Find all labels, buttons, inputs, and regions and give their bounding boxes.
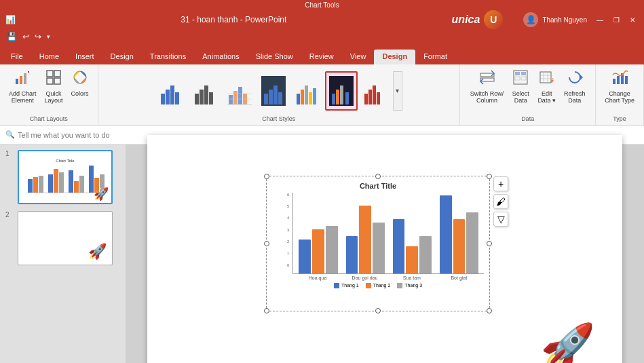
save-icon[interactable]: 💾 — [5, 31, 18, 43]
chart-style-6[interactable] — [325, 71, 358, 111]
edit-data-button[interactable]: EditData ▾ — [534, 67, 559, 106]
bar-g1-t3 — [326, 226, 338, 273]
slide-number-1: 1 — [5, 150, 14, 157]
y-axis-0: 0 — [287, 263, 289, 267]
refresh-data-button[interactable]: RefreshData — [561, 67, 589, 106]
quick-access-toolbar: 💾 ↩ ↪ ▾ — [0, 29, 644, 44]
type-group-label: Type — [613, 115, 626, 122]
restore-button[interactable]: ❐ — [610, 15, 622, 24]
tab-slideshow[interactable]: Slide Show — [248, 50, 301, 64]
legend-thang3: Thang 3 — [397, 283, 422, 288]
change-colors-label: Colors — [71, 90, 89, 97]
chart-container[interactable]: + 🖌 ▽ Chart Title 0 1 2 3 4 — [266, 176, 490, 311]
chart-style-1[interactable] — [155, 71, 188, 111]
chart-inner: Chart Title 0 1 2 3 4 5 6 — [272, 182, 484, 305]
search-icon: 🔍 — [5, 130, 15, 139]
svg-rect-61 — [625, 76, 628, 84]
quick-layout-icon — [45, 69, 62, 89]
chart-style-2[interactable] — [189, 71, 222, 111]
handle-ml[interactable] — [264, 241, 269, 246]
customize-icon[interactable]: ▾ — [45, 32, 52, 41]
unica-text: unica — [452, 14, 480, 26]
slide-number-2: 2 — [5, 211, 14, 218]
select-data-button[interactable]: SelectData — [508, 67, 533, 106]
chart-filters-button[interactable]: ▽ — [493, 212, 508, 227]
y-axis-5: 5 — [287, 204, 289, 208]
tab-file[interactable]: File — [3, 50, 31, 64]
handle-tl[interactable] — [264, 174, 269, 179]
change-chart-type-button[interactable]: ChangeChart Type — [601, 67, 638, 106]
tab-design-main[interactable]: Design — [102, 50, 142, 64]
handle-mr[interactable] — [487, 241, 492, 246]
svg-rect-12 — [170, 85, 174, 104]
svg-rect-58 — [613, 79, 615, 84]
bar-g4-t2 — [453, 219, 466, 273]
tell-me-input[interactable] — [18, 131, 153, 139]
legend-label-thang1: Thang 1 — [341, 283, 359, 288]
file-icon: 📊 — [5, 15, 16, 24]
quick-layout-button[interactable]: QuickLayout — [41, 67, 67, 106]
svg-rect-28 — [273, 85, 278, 104]
slide-thumb-1[interactable]: Chart Title 🚀 — [18, 150, 113, 204]
handle-tr[interactable] — [487, 174, 492, 179]
undo-icon[interactable]: ↩ — [21, 31, 31, 43]
svg-rect-15 — [200, 90, 204, 104]
tab-insert[interactable]: Insert — [67, 50, 102, 64]
chart-styles-label: Chart Styles — [262, 115, 295, 122]
chart-style-5[interactable] — [291, 71, 324, 111]
tab-transitions[interactable]: Transitions — [142, 50, 194, 64]
chart-styles-scroll-down[interactable]: ▾ — [393, 71, 402, 111]
chart-style-4[interactable] — [257, 71, 290, 111]
redo-icon[interactable]: ↪ — [33, 31, 43, 43]
handle-tm[interactable] — [375, 174, 381, 179]
switch-row-col-button[interactable]: Switch Row/Column — [467, 67, 508, 106]
slide-item-2[interactable]: 2 🚀 — [5, 211, 120, 265]
ribbon-tabs: File Home Insert Design Transitions Anim… — [0, 44, 644, 64]
svg-rect-33 — [309, 92, 312, 104]
change-colors-icon — [72, 69, 88, 89]
legend-color-thang1 — [334, 283, 339, 288]
slide-item-1[interactable]: 1 Chart Title — [5, 150, 120, 204]
handle-bm[interactable] — [375, 308, 381, 313]
edit-data-icon — [539, 69, 555, 89]
legend-color-thang2 — [366, 283, 371, 288]
chart-style-3[interactable] — [223, 71, 256, 111]
tab-home[interactable]: Home — [31, 50, 67, 64]
chart-group-3 — [393, 219, 432, 273]
svg-line-56 — [552, 78, 554, 79]
svg-rect-68 — [59, 172, 64, 193]
add-chart-element-button[interactable]: Add ChartElement — [5, 67, 40, 106]
svg-rect-40 — [364, 94, 368, 104]
chart-style-7[interactable] — [359, 71, 392, 111]
handle-br[interactable] — [487, 308, 492, 313]
svg-rect-42 — [373, 85, 376, 104]
minimize-button[interactable]: — — [594, 15, 606, 24]
slide-thumb-2[interactable]: 🚀 — [18, 211, 113, 265]
tab-chart-design[interactable]: Design — [374, 50, 415, 64]
tab-view[interactable]: View — [342, 50, 375, 64]
tab-animations[interactable]: Animations — [194, 50, 247, 64]
svg-rect-1 — [20, 76, 22, 84]
svg-rect-11 — [166, 90, 170, 104]
chart-styles-button[interactable]: 🖌 — [493, 194, 508, 209]
svg-rect-29 — [278, 92, 282, 104]
tab-format[interactable]: Format — [415, 50, 455, 64]
svg-rect-13 — [175, 92, 179, 104]
svg-rect-59 — [617, 76, 620, 84]
handle-bl[interactable] — [264, 308, 269, 313]
chart-group-2 — [346, 206, 385, 273]
svg-rect-16 — [204, 85, 208, 104]
bar-g4-t1 — [440, 195, 452, 273]
svg-rect-64 — [33, 177, 38, 193]
legend-thang1: Thang 1 — [334, 283, 359, 288]
svg-rect-39 — [345, 92, 349, 104]
chart-elements-button[interactable]: + — [493, 176, 508, 191]
tab-review[interactable]: Review — [301, 50, 342, 64]
bar-g3-t1 — [393, 219, 405, 273]
change-colors-button[interactable]: Colors — [68, 67, 92, 99]
close-button[interactable]: ✕ — [626, 15, 639, 24]
svg-rect-43 — [377, 92, 380, 104]
y-axis-4: 4 — [287, 216, 289, 220]
chart-styles-group: ▾ Chart Styles — [98, 64, 461, 125]
legend-thang2: Thang 2 — [366, 283, 391, 288]
